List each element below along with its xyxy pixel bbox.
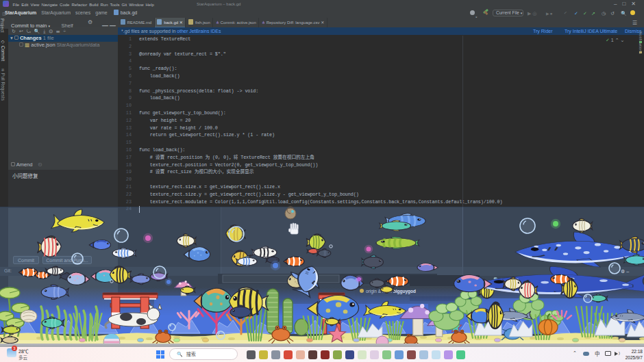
svg-text:⚙ –: ⚙ – — [621, 269, 629, 274]
